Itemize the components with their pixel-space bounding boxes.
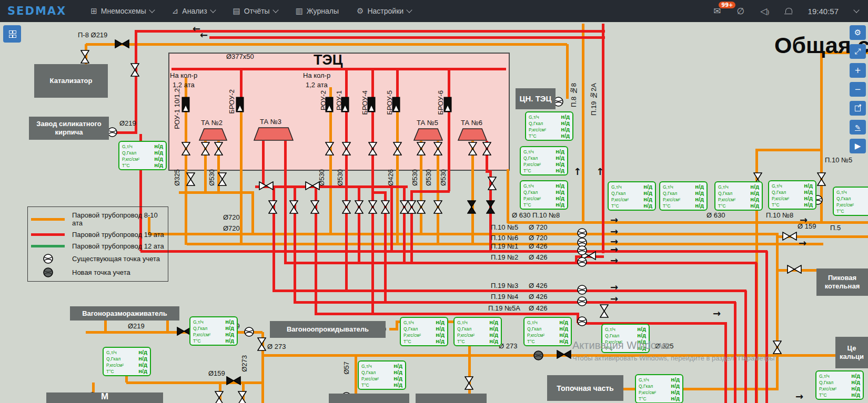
metrics-databox: G,т/чн/дQ,Гкалн/дP,кгс/см²н/дT°Cн/д [358,360,406,390]
valve-icon [130,63,139,77]
pipe-segment [135,30,137,134]
pipe-label: Ø530 [337,169,344,186]
pipe-segment [437,141,439,245]
pipe-label: На кол-р [303,72,330,79]
metrics-databox: G,т/чн/дQ,Гкалн/дP,кгс/см²н/дT°Cн/д [453,317,502,346]
valve-icon [342,200,351,214]
bell-icon[interactable] [785,6,792,16]
valve-icon [368,142,377,156]
meter-new-icon [43,267,53,277]
topochnaya-chast-box: Топочная часть [547,375,623,401]
pipe-segment [345,69,348,100]
network-icon [9,30,15,38]
valve-icon [342,142,351,156]
pipe-label: РОУ-1 [336,90,343,110]
pipe-segment [765,251,768,403]
pipe-label: П.10 №8 [766,212,793,219]
valve-icon [407,200,416,214]
legend-line-green [31,245,65,247]
pipe-segment [240,111,243,245]
topbar-right-icons: ✉99+ ∅ ◁) 19:40:57 [713,6,868,16]
flow-arrow-icon [799,240,806,247]
m-box-box: М [46,392,163,403]
meter-existing-icon [244,327,254,337]
pipe-label: Ø426 [387,169,395,186]
pipe-label: П.19 №2 [491,254,518,261]
sedmax-logo: SEDMAX [7,5,66,17]
flow-arrow-icon [795,393,803,400]
metrics-databox: G,т/чн/дQ,Гкалн/дP,кгс/см²н/дT°Cн/д [608,181,656,211]
chevron-down-icon [210,7,216,13]
menu-reports[interactable]: ▤ Отчёты [233,6,278,16]
pipe-segment [410,190,450,193]
valve-icon [368,200,377,214]
pipe-label: 1,2 ата [306,81,328,89]
pipe-label: ТА №3 [260,118,281,126]
metrics-databox: G,т/чн/дQ,Гкалн/дP,кгс/см²н/дT°Cн/д [768,180,816,210]
pipe-segment [149,233,778,235]
pipe-label: П.19 №4 [491,293,518,301]
pipe-label: Ø 426 [529,293,547,301]
valve-icon [115,39,129,48]
pipe-label: Ø377x50 [226,53,254,60]
toolbar-edit-button[interactable]: ✎ [850,120,866,135]
valve-icon [186,172,195,186]
pipe-segment [86,43,567,46]
pipe-label: Ø57 [343,361,350,375]
metrics-databox: G,т/чн/дQ,Гкалн/дP,кгс/см²н/дT°Cн/д [659,181,708,211]
toolbar-expand-button[interactable]: ⤢ [850,44,866,59]
pipe-label: Ø 273 [267,343,286,350]
pipe-segment [262,141,265,188]
tec-title: ТЭЦ [314,52,342,68]
pipe-label: П.10 №5 [491,224,518,231]
pipe-label: ТА №5 [417,119,438,127]
ceh-kalcinacii-box: Цекальци [835,337,868,368]
pipe-label: БРОУ-2 [228,89,236,114]
toolbar-zoom-in-button[interactable]: + [850,63,866,78]
valve-icon [181,142,190,156]
pipe-label: ТА №2 [201,119,223,127]
eye-off-icon[interactable]: ∅ [736,6,744,16]
valve-icon [289,200,298,214]
toolbar-zoom-out-button[interactable]: − [850,82,866,97]
pipe-segment [396,111,399,245]
pipe-label: РОУ-1 10/1,2 [174,88,181,129]
pressure-reducer-icon [181,97,190,112]
mail-icon[interactable]: ✉99+ [713,6,721,16]
toolbar-export-button[interactable]: ↗ [850,101,866,116]
pipe-label: РОУ-2 [320,90,327,110]
menu-settings[interactable]: ⚙ Настройки [357,6,411,16]
scheme-tree-button[interactable] [3,25,21,43]
valve-icon [782,232,797,241]
legend: Паровой трубопровод 8-10 ата Паровой тру… [27,206,168,282]
menu-analysis[interactable]: ⊿ Анализ [172,6,215,16]
turbine-icon [199,128,227,141]
metrics-databox: G,т/чн/дQ,Гкалн/дP,кгс/см²н/дT°Cн/д [400,317,448,346]
menu-journals[interactable]: ▥ Журналы [296,6,339,16]
pipe-label: Ø 630 П.10 №8 [512,212,560,219]
toolbar-settings-button[interactable]: ⚙ [850,25,866,40]
windows-activation-watermark-sub: Чтобы активировать Windows, перейдите в … [572,354,779,362]
pipe-segment [166,321,169,332]
gray-box-box [329,394,409,403]
pipe-segment [355,355,357,395]
toolbar-play-button[interactable]: ▶ [850,139,866,153]
metrics-databox: G,т/чн/дQ,Гкалн/дP,кгс/см²н/дT°Cн/д [815,370,864,400]
zavod-silikatnogo-kirpicha-box: Завод силикатногокирпича [29,117,109,140]
windows-activation-watermark: Активация Windows [572,339,669,352]
menu-mnemoschemes[interactable]: ⊞ Мнемосхемы [90,6,154,16]
turbine-icon [254,127,294,141]
valve-icon [817,172,826,186]
export-icon: ↗ [855,106,861,111]
meter-existing-icon [43,254,53,264]
pipe-segment [724,322,727,403]
speaker-icon[interactable]: ◁) [760,6,769,16]
chevron-down-icon[interactable] [853,7,859,13]
pipe-segment [507,169,509,223]
pipe-segment [117,131,136,134]
pipe-label: Ø325 [174,169,181,186]
pikovaya-kotelnaya-box: Пиковаякотельная [816,268,868,296]
menu-label: Мнемосхемы [101,7,146,15]
pipe-label: Ø 159 [798,223,816,230]
chevron-down-icon [272,7,278,13]
